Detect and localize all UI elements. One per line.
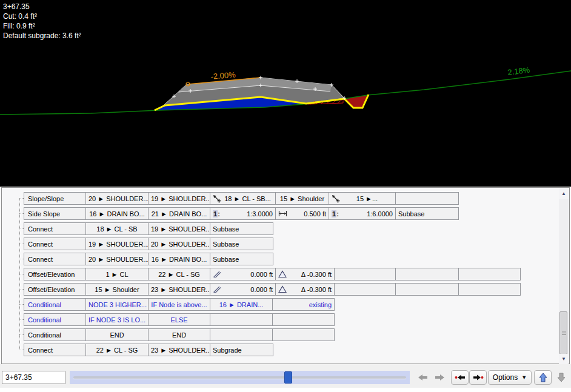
table-cell[interactable]: 21 ► DRAIN BO... <box>148 207 210 220</box>
next-station-button[interactable] <box>431 370 447 385</box>
row-type-label[interactable]: Connect <box>24 344 86 356</box>
table-cell[interactable]: IF Node is above... <box>148 298 210 311</box>
cell-text: 16 ► DRAIN BO... <box>151 256 207 263</box>
station-label: 3+67.35 <box>3 2 81 12</box>
section-view-canvas[interactable]: -2.00% 2.18% 3+67.35 Cut: 0.4 ft² Fill: … <box>0 0 571 187</box>
move-row-down-button[interactable] <box>553 370 570 385</box>
scroll-up-icon[interactable]: ▲ <box>559 188 569 199</box>
component-row: Offset/Elevation15 ► Shoulder23 ► SHOULD… <box>24 283 521 296</box>
table-cell[interactable] <box>272 313 335 326</box>
table-cell[interactable]: 20 ► SHOULDER... <box>148 238 210 250</box>
slider-thumb[interactable] <box>284 371 292 384</box>
table-cell[interactable] <box>395 192 459 205</box>
cell-text: IF NODE 3 IS LO... <box>88 316 145 324</box>
table-cell[interactable]: Δ -0.300 ft <box>275 283 335 296</box>
table-cell[interactable]: 23 ► SHOULDER... <box>148 283 210 296</box>
table-cell[interactable] <box>395 283 459 296</box>
row-type-label[interactable]: Connect <box>24 238 86 250</box>
width-measure-icon <box>278 210 287 217</box>
table-cell[interactable]: 23 ► SHOULDER... <box>148 344 210 356</box>
table-cell[interactable]: 1 ► CL <box>85 268 149 281</box>
station-input[interactable] <box>2 371 65 384</box>
cell-text: 16 ► DRAIN BO... <box>88 210 145 218</box>
table-cell[interactable] <box>334 268 396 281</box>
table-cell[interactable]: 16 ► DRAIN BO... <box>85 207 149 220</box>
row-type-label[interactable]: Connect <box>24 222 86 235</box>
table-cell[interactable]: IF NODE 3 IS LO... <box>85 313 149 326</box>
table-cell[interactable]: 19 ► SHOULDER... <box>148 192 210 205</box>
table-cell[interactable]: 1:1:3.0000 <box>210 207 276 220</box>
scroll-down-icon[interactable]: ▼ <box>559 354 569 364</box>
table-cell[interactable]: 1:1:6.0000 <box>329 207 396 220</box>
instruction-table-panel: Slope/Slope20 ► SHOULDER...19 ► SHOULDER… <box>1 187 570 364</box>
table-cell[interactable]: 19 ► SHOULDER... <box>85 238 149 250</box>
previous-station-button[interactable] <box>415 370 431 385</box>
table-cell[interactable]: Subgrade <box>210 344 273 356</box>
row-type-label[interactable]: Offset/Elevation <box>24 283 86 296</box>
vertical-scrollbar[interactable]: ▲ ▼ <box>559 188 569 364</box>
row-tree-stub <box>19 228 24 229</box>
table-cell[interactable]: NODE 3 HIGHER... <box>85 298 149 311</box>
cut-area-label: Cut: 0.4 ft² <box>3 12 81 21</box>
table-cell[interactable]: Subbase <box>395 207 459 220</box>
table-cell[interactable]: 15 ► Shoulder <box>275 192 329 205</box>
table-cell[interactable]: 18 ► CL - SB... <box>210 192 276 205</box>
table-cell[interactable] <box>210 328 273 341</box>
slope-icon <box>213 270 222 278</box>
table-cell[interactable] <box>395 268 459 281</box>
next-key-station-button[interactable] <box>469 370 487 385</box>
row-type-label[interactable]: Side Slope <box>24 207 86 220</box>
cell-text: Conditional <box>28 301 83 308</box>
options-dropdown-button[interactable]: Options ▼ <box>488 370 532 385</box>
row-type-label[interactable]: Conditional <box>24 313 86 326</box>
table-cell[interactable]: 20 ► SHOULDER... <box>85 192 149 205</box>
arrow-right-icon <box>435 374 444 380</box>
app-window: { "viewport": { "station_label": "3+67.3… <box>0 0 571 392</box>
table-cell[interactable]: END <box>85 328 149 341</box>
table-cell[interactable]: 0.000 ft <box>210 268 276 281</box>
table-cell[interactable]: Subbase <box>210 222 273 235</box>
cell-text: 21 ► DRAIN BO... <box>151 210 207 218</box>
table-cell[interactable] <box>334 283 396 296</box>
cell-text: END <box>88 331 145 339</box>
table-cell[interactable] <box>458 283 521 296</box>
slope-icon <box>213 285 222 293</box>
previous-key-station-button[interactable] <box>451 370 469 385</box>
scrollbar-thumb[interactable] <box>559 311 567 354</box>
table-cell[interactable]: Subbase <box>210 253 273 265</box>
table-cell[interactable]: Δ -0.300 ft <box>275 268 335 281</box>
row-tree-stub <box>19 213 24 214</box>
row-tree-stub <box>19 319 24 320</box>
station-slider[interactable] <box>70 371 410 384</box>
table-cell[interactable]: 16 ► DRAIN BO... <box>148 253 210 265</box>
table-cell[interactable] <box>210 313 273 326</box>
table-cell[interactable]: ELSE <box>148 313 210 326</box>
table-cell[interactable]: 20 ► SHOULDER... <box>85 253 149 265</box>
table-cell[interactable]: 0.000 ft <box>210 283 276 296</box>
table-cell[interactable]: 16 ► DRAIN... <box>210 298 273 311</box>
arrow-up-icon <box>539 373 547 382</box>
row-type-label[interactable]: Offset/Elevation <box>24 268 86 281</box>
cell-text: Subbase <box>398 210 456 218</box>
table-cell[interactable]: existing <box>272 298 335 311</box>
table-cell[interactable]: 15 ►... <box>329 192 396 205</box>
table-cell[interactable]: END <box>148 328 210 341</box>
table-cell[interactable] <box>272 328 335 341</box>
row-type-label[interactable]: Conditional <box>24 328 86 341</box>
table-cell[interactable]: Subbase <box>210 238 273 250</box>
table-cell[interactable]: 22 ► CL - SG <box>148 268 210 281</box>
table-cell[interactable]: 0.500 ft <box>275 207 329 220</box>
row-type-label[interactable]: Connect <box>24 253 86 265</box>
table-cell[interactable]: 19 ► SHOULDER... <box>148 222 210 235</box>
table-cell[interactable]: 22 ► CL - SG <box>85 344 149 356</box>
table-cell[interactable] <box>458 268 521 281</box>
move-point-icon <box>332 194 340 203</box>
row-type-label[interactable]: Slope/Slope <box>24 192 86 205</box>
table-cell[interactable]: 18 ► CL - SB <box>85 222 149 235</box>
component-row: Connect19 ► SHOULDER...20 ► SHOULDER...S… <box>24 238 273 250</box>
cell-text: 19 ► SHOULDER... <box>151 225 210 233</box>
move-row-up-button[interactable] <box>534 370 552 385</box>
row-type-label[interactable]: Conditional <box>24 298 86 311</box>
station-navigation-bar: Options ▼ <box>0 364 571 388</box>
table-cell[interactable]: 15 ► Shoulder <box>85 283 149 296</box>
